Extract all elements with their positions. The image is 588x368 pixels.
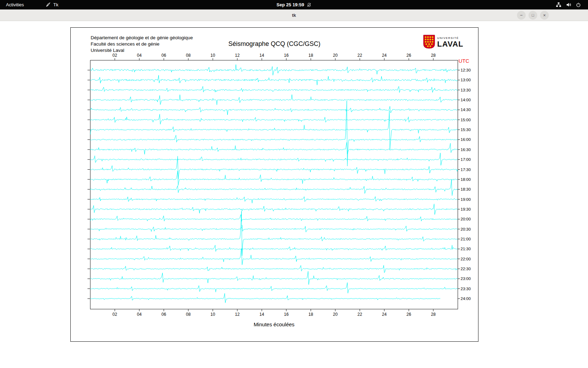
x-tick-label-top: 26 — [406, 53, 411, 58]
x-tick-label-top: 16 — [284, 53, 289, 58]
gnome-top-bar: Activities Tk Sep 25 19:59 — [0, 0, 588, 9]
x-tick-label-bottom: 20 — [333, 312, 338, 317]
seismo-trace-18:00 — [90, 171, 458, 185]
seismo-trace-15:00 — [90, 114, 458, 124]
x-tick-label-top: 04 — [137, 53, 142, 58]
trace-time-label: 13:00 — [461, 78, 471, 82]
app-indicator-label: Tk — [53, 2, 58, 7]
x-tick-label-bottom: 26 — [406, 312, 411, 317]
app-indicator-tk[interactable]: Tk — [46, 2, 58, 7]
x-tick-label-bottom: 10 — [210, 312, 215, 317]
trace-time-label: 16:00 — [461, 137, 471, 142]
x-tick-label-bottom: 24 — [382, 312, 387, 317]
x-tick-label-top: 22 — [357, 53, 362, 58]
trace-time-label: 23:00 — [461, 277, 471, 281]
trace-time-label: 13:30 — [461, 88, 471, 92]
x-tick-label-top: 08 — [186, 53, 191, 58]
x-tick-label-bottom: 28 — [431, 312, 436, 317]
trace-time-label: 19:30 — [461, 207, 471, 211]
window-titlebar[interactable]: tk — [0, 9, 588, 21]
trace-time-label: 17:30 — [461, 168, 471, 172]
desktop: { "top_bar": { "activities": "Activities… — [0, 0, 588, 368]
utc-label: UTC — [458, 58, 469, 64]
x-tick-label-bottom: 12 — [235, 312, 240, 317]
x-tick-label-bottom: 08 — [186, 312, 191, 317]
trace-time-label: 22:30 — [461, 267, 471, 271]
seismo-trace-21:30 — [90, 245, 458, 251]
x-tick-label-bottom: 04 — [137, 312, 142, 317]
seismo-trace-13:00 — [90, 75, 458, 85]
window-title: tk — [292, 13, 296, 18]
x-tick-label-top: 12 — [235, 53, 240, 58]
x-tick-label-top: 24 — [382, 53, 387, 58]
trace-time-label: 16:30 — [461, 148, 471, 152]
seismo-trace-23:30 — [90, 282, 458, 293]
seismograph-canvas: Département de géologie et de génie géol… — [70, 27, 478, 342]
x-tick-label-bottom: 02 — [112, 312, 117, 317]
x-tick-label-top: 20 — [333, 53, 338, 58]
x-tick-label-bottom: 06 — [161, 312, 166, 317]
seismo-trace-16:30 — [90, 142, 458, 154]
seismo-trace-22:00 — [90, 248, 458, 265]
trace-time-label: 15:30 — [461, 128, 471, 132]
x-tick-label-top: 02 — [112, 53, 117, 58]
trace-time-label: 20:00 — [461, 217, 471, 221]
trace-time-label: 15:00 — [461, 118, 471, 122]
seismo-trace-19:30 — [90, 204, 458, 214]
seismo-trace-20:30 — [90, 225, 458, 232]
seismo-trace-24:00 — [90, 293, 440, 303]
seismo-trace-19:00 — [90, 197, 458, 203]
seismo-trace-14:00 — [90, 95, 458, 105]
x-tick-label-bottom: 14 — [259, 312, 264, 317]
seismo-trace-12:30 — [90, 64, 458, 75]
seismo-trace-18:30 — [90, 179, 458, 196]
seismo-trace-22:30 — [90, 265, 458, 273]
x-tick-label-top: 06 — [161, 53, 166, 58]
clock[interactable]: Sep 25 19:59 — [276, 2, 312, 7]
window-controls: − □ × — [517, 11, 549, 20]
trace-time-label: 12:30 — [461, 68, 471, 72]
tk-feather-icon — [46, 2, 51, 7]
trace-time-label: 22:00 — [461, 257, 471, 261]
seismo-trace-20:00 — [90, 214, 458, 222]
clock-label: Sep 25 19:59 — [276, 2, 304, 7]
trace-time-label: 24:00 — [461, 297, 471, 301]
trace-time-label: 23:30 — [461, 287, 471, 291]
trace-time-label: 18:00 — [461, 177, 471, 182]
trace-time-label: 21:00 — [461, 237, 471, 241]
x-tick-label-bottom: 18 — [308, 312, 313, 317]
x-axis-title: Minutes écoulées — [254, 321, 295, 327]
bell-muted-icon — [307, 2, 312, 7]
seismo-trace-17:00 — [90, 153, 458, 165]
seismo-trace-14:30 — [90, 106, 458, 115]
network-icon[interactable] — [556, 2, 561, 7]
seismo-trace-16:00 — [90, 101, 458, 166]
x-tick-label-top: 10 — [210, 53, 215, 58]
tk-window-content: Département de géologie et de génie géol… — [0, 21, 588, 368]
seismo-trace-15:30 — [90, 110, 458, 149]
activities-button[interactable]: Activities — [0, 0, 30, 9]
x-tick-label-top: 18 — [308, 53, 313, 58]
x-tick-label-top: 14 — [259, 53, 264, 58]
trace-time-label: 14:00 — [461, 98, 471, 102]
trace-time-label: 19:00 — [461, 197, 471, 202]
power-icon[interactable] — [576, 2, 581, 7]
x-tick-label-bottom: 16 — [284, 312, 289, 317]
maximize-button[interactable]: □ — [528, 11, 537, 20]
trace-time-label: 21:30 — [461, 247, 471, 251]
seismogram-svg: 0202040406060808101012121414161618182020… — [71, 28, 478, 341]
minimize-button[interactable]: − — [517, 11, 526, 20]
trace-time-label: 18:30 — [461, 187, 471, 191]
system-tray[interactable] — [552, 1, 585, 9]
trace-time-label: 20:30 — [461, 227, 471, 231]
x-tick-label-bottom: 22 — [357, 312, 362, 317]
volume-icon[interactable] — [566, 2, 571, 7]
trace-time-label: 14:30 — [461, 108, 471, 112]
x-tick-label-top: 28 — [431, 53, 436, 58]
close-button[interactable]: × — [540, 11, 549, 20]
trace-time-label: 17:00 — [461, 157, 471, 162]
plot-border — [90, 60, 458, 309]
seismo-trace-13:30 — [90, 86, 458, 93]
seismo-trace-23:00 — [90, 271, 458, 285]
